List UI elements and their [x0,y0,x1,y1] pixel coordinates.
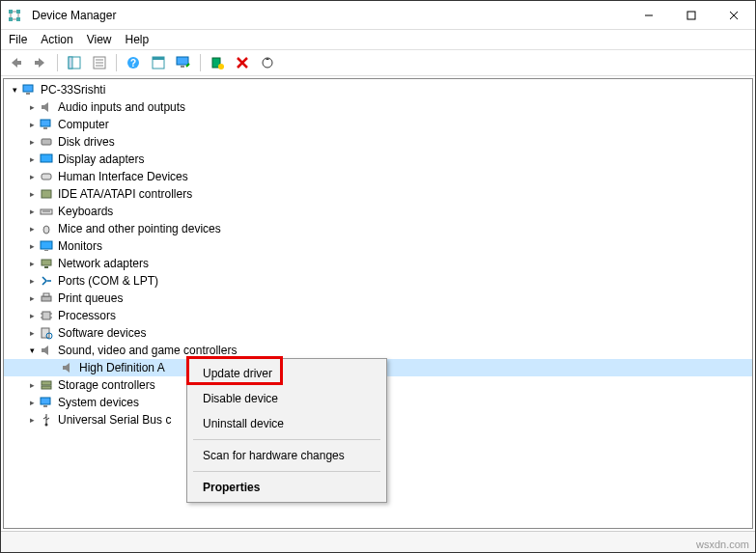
tree-category[interactable]: ▸Keyboards [4,203,752,220]
audio-icon [39,99,54,115]
expander-icon[interactable]: ▸ [25,257,39,270]
device-manager-window: Device Manager File Action View Help [0,0,756,553]
context-menu: Update driver Disable device Uninstall d… [186,358,387,503]
remove-button[interactable] [232,52,253,73]
ctx-disable-device[interactable]: Disable device [189,386,384,411]
menu-help[interactable]: Help [126,33,150,46]
monitor-icon [39,238,54,254]
svg-rect-25 [42,174,51,180]
svg-rect-4 [687,12,695,19]
tree-category[interactable]: ▸Print queues [4,290,752,307]
ctx-properties[interactable]: Properties [189,475,384,500]
tree-category[interactable]: ▸Monitors [4,237,752,255]
help-button[interactable]: ? [123,52,144,73]
maximize-button[interactable] [670,1,713,30]
category-label: Mice and other pointing devices [58,222,221,235]
computer-icon [39,117,54,132]
tree-category[interactable]: ▸Network adapters [4,255,752,272]
tree-category[interactable]: ▸Ports (COM & LPT) [4,272,752,290]
expander-icon[interactable]: ▸ [25,100,39,114]
menu-action[interactable]: Action [41,33,72,46]
device-label: High Definition A [79,361,165,374]
expander-icon[interactable]: ▸ [25,170,39,183]
svg-rect-35 [42,312,50,319]
category-label: Processors [58,309,116,322]
minimize-button[interactable] [628,1,670,30]
usb-icon [39,412,54,428]
svg-point-28 [43,226,49,234]
category-label: System devices [58,396,139,409]
expander-icon[interactable]: ▾ [8,83,21,97]
app-icon [7,8,22,23]
tree-category[interactable]: ▸Mice and other pointing devices [4,220,752,237]
tree-category[interactable]: ▸IDE ATA/ATAPI controllers [4,185,752,203]
ctx-scan-changes[interactable]: Scan for hardware changes [189,443,384,468]
add-hardware-button[interactable] [207,52,228,73]
menu-file[interactable]: File [9,33,27,46]
expander-icon[interactable]: ▸ [25,291,39,305]
monitor-button[interactable] [173,52,194,73]
close-button[interactable] [713,1,755,30]
expander-icon[interactable]: ▸ [25,152,39,166]
tree-category[interactable]: ▸Computer [4,116,752,133]
tree-category-sound[interactable]: ▾ Sound, video and game controllers [4,342,752,359]
scan-changes-button[interactable] [257,52,278,73]
svg-rect-26 [42,190,51,198]
titlebar: Device Manager [1,1,755,30]
context-menu-separator [193,471,380,472]
expander-icon[interactable]: ▸ [25,222,39,235]
tree-category[interactable]: ▸Processors [4,307,752,324]
tree-category[interactable]: ▸Disk drives [4,133,752,151]
svg-rect-21 [41,120,50,126]
ports-icon [39,273,54,289]
category-label: IDE ATA/ATAPI controllers [58,187,192,201]
toolbar-separator [200,54,201,71]
sound-icon [39,343,54,358]
expander-icon[interactable]: ▸ [25,326,39,340]
panel-button[interactable] [148,52,169,73]
hid-icon [39,169,54,184]
context-menu-separator [193,439,380,440]
svg-rect-30 [44,250,48,251]
show-hide-tree-button[interactable] [64,52,85,73]
tree-root[interactable]: ▾ PC-33Srishti [4,81,752,98]
svg-rect-40 [41,398,50,404]
svg-rect-39 [42,386,51,389]
tree-category[interactable]: ▸Software devices [4,324,752,342]
tree-category[interactable]: ▸Human Interface Devices [4,168,752,185]
expander-icon[interactable]: ▸ [25,396,39,409]
tree-category[interactable]: ▸Display adapters [4,151,752,168]
ctx-update-driver[interactable]: Update driver [189,361,384,386]
nav-forward-button[interactable] [30,52,51,73]
category-label: Sound, video and game controllers [58,344,237,357]
properties-button[interactable] [89,52,110,73]
expander-icon[interactable]: ▾ [25,344,39,357]
svg-rect-23 [42,139,51,145]
expander-icon[interactable]: ▸ [25,413,39,427]
svg-rect-41 [43,405,47,407]
category-label: Computer [58,118,109,131]
expander-icon[interactable]: ▸ [25,205,39,218]
ctx-uninstall-device[interactable]: Uninstall device [189,411,384,436]
expander-icon[interactable]: ▸ [25,118,39,131]
svg-rect-15 [181,66,184,68]
expander-icon[interactable]: ▸ [25,187,39,201]
expander-icon[interactable]: ▸ [25,135,39,149]
svg-rect-34 [43,293,49,296]
expander-icon[interactable]: ▸ [25,378,39,392]
window-title: Device Manager [32,9,116,22]
watermark: wsxdn.com [696,539,749,550]
expander-icon[interactable]: ▸ [25,239,39,253]
category-label: Keyboards [58,205,113,218]
category-label: Print queues [58,291,123,305]
svg-rect-20 [26,93,30,95]
expander-icon[interactable]: ▸ [25,309,39,322]
nav-back-button[interactable] [5,52,26,73]
tree-category[interactable]: ▸Audio inputs and outputs [4,98,752,116]
menu-view[interactable]: View [87,33,112,46]
category-label: Software devices [58,326,146,340]
expander-icon[interactable]: ▸ [25,274,39,288]
svg-rect-29 [41,241,52,249]
category-label: Ports (COM & LPT) [58,274,158,288]
toolbar-separator [116,54,117,71]
